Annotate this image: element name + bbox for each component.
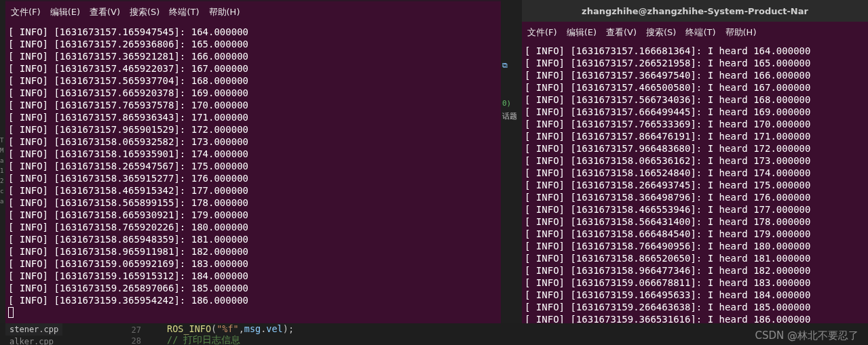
prompt-line[interactable] [8, 306, 498, 319]
log-line: [ INFO] [1631673159.266463638]: I heard … [525, 301, 865, 313]
preview-icon[interactable]: ⧉ [502, 61, 508, 70]
log-line: [ INFO] [1631673159.265897066]: 185.0000… [8, 282, 498, 294]
log-line: [ INFO] [1631673158.165935901]: 174.0000… [8, 148, 498, 160]
file-tab-active[interactable]: stener.cpp [5, 323, 62, 336]
log-line: [ INFO] [1631673158.965911981]: 182.0000… [8, 245, 498, 258]
line-no: 27 [121, 325, 141, 336]
log-line: [ INFO] [1631673158.266493745]: I heard … [525, 179, 865, 191]
log-line: [ INFO] [1631673158.466553946]: I heard … [525, 203, 865, 216]
panel-divider: ⧉ 0) 话题 [501, 0, 522, 325]
editor-strip: stener.cpp alker.cpp 27 28 ROS_INFO("%f"… [0, 323, 868, 345]
log-line: [ INFO] [1631673158.866520650]: I heard … [525, 252, 865, 264]
menu-terminal[interactable]: 终端(T) [169, 6, 199, 18]
zero-paren: 0) [502, 99, 511, 108]
menu-file[interactable]: 文件(F) [11, 6, 41, 18]
log-output-right[interactable]: [ INFO] [1631673157.166681364]: I heard … [522, 43, 868, 339]
log-line: [ INFO] [1631673159.365954242]: 186.0000… [8, 294, 498, 306]
log-line: [ INFO] [1631673157.965901529]: 172.0000… [8, 123, 498, 136]
log-line: [ INFO] [1631673158.865948359]: 181.0000… [8, 233, 498, 245]
code-mem: vel [266, 323, 282, 334]
code-punc: ); [283, 323, 294, 334]
log-line: [ INFO] [1631673159.165915312]: 184.0000… [8, 270, 498, 282]
menu-view[interactable]: 查看(V) [606, 26, 637, 39]
cursor-icon [8, 307, 14, 318]
code-comment: // 打印日志信息 [167, 334, 294, 345]
menu-bar-left: 文件(F) 编辑(E) 查看(V) 搜索(S) 终端(T) 帮助(H) [5, 1, 501, 23]
menu-search[interactable]: 搜索(S) [130, 6, 159, 18]
log-line: [ INFO] [1631673158.665930921]: 179.0000… [8, 209, 498, 221]
log-line: [ INFO] [1631673158.766490956]: I heard … [525, 240, 865, 252]
log-line: [ INFO] [1631673157.265936806]: 165.0000… [8, 38, 498, 50]
log-line: [ INFO] [1631673157.565937704]: 168.0000… [8, 75, 498, 87]
log-line: [ INFO] [1631673159.065992169]: 183.0000… [8, 258, 498, 270]
menu-view[interactable]: 查看(V) [90, 6, 120, 18]
log-line: [ INFO] [1631673158.365915277]: 176.0000… [8, 172, 498, 184]
menu-terminal[interactable]: 终端(T) [685, 26, 715, 39]
terminal-left[interactable]: 文件(F) 编辑(E) 查看(V) 搜索(S) 终端(T) 帮助(H) [ IN… [5, 1, 501, 323]
ide-gutter: T M a 1 2 c a [0, 0, 5, 345]
code-fn: ROS_INFO [167, 323, 211, 334]
line-numbers: 27 28 [121, 325, 141, 345]
log-line: [ INFO] [1631673157.566734036]: I heard … [525, 94, 865, 106]
terminal-right[interactable]: 文件(F) 编辑(E) 查看(V) 搜索(S) 终端(T) 帮助(H) [ IN… [522, 22, 868, 339]
log-line: [ INFO] [1631673158.465915342]: 177.0000… [8, 184, 498, 197]
menu-edit[interactable]: 编辑(E) [50, 6, 80, 18]
menu-search[interactable]: 搜索(S) [646, 26, 676, 39]
log-line: [ INFO] [1631673157.865936343]: 171.0000… [8, 111, 498, 123]
log-line: [ INFO] [1631673157.365921281]: 166.0000… [8, 50, 498, 62]
log-line: [ INFO] [1631673158.366498796]: I heard … [525, 191, 865, 203]
menu-edit[interactable]: 编辑(E) [567, 26, 597, 39]
window-title-right: zhangzhihe@zhangzhihe-System-Product-Nar [522, 0, 868, 22]
code-str: "%f" [216, 323, 239, 334]
menu-bar-right: 文件(F) 编辑(E) 查看(V) 搜索(S) 终端(T) 帮助(H) [522, 22, 868, 43]
log-line: [ INFO] [1631673158.565899155]: 178.0000… [8, 197, 498, 209]
log-line: [ INFO] [1631673158.065932582]: 173.0000… [8, 136, 498, 148]
log-line: [ INFO] [1631673158.666484540]: I heard … [525, 228, 865, 240]
code-punc: , [239, 323, 244, 334]
log-line: [ INFO] [1631673159.066678811]: I heard … [525, 277, 865, 289]
code-var: msg [244, 323, 261, 334]
log-line: [ INFO] [1631673157.466500580]: I heard … [525, 81, 865, 94]
log-line: [ INFO] [1631673157.166681364]: I heard … [525, 45, 865, 57]
log-line: [ INFO] [1631673158.166524840]: I heard … [525, 167, 865, 179]
log-line: [ INFO] [1631673157.966483680]: I heard … [525, 142, 865, 155]
log-line: [ INFO] [1631673158.765920226]: 180.0000… [8, 221, 498, 233]
log-output-left[interactable]: [ INFO] [1631673157.165947545]: 164.0000… [5, 24, 501, 323]
log-line: [ INFO] [1631673157.666499445]: I heard … [525, 106, 865, 118]
log-line: [ INFO] [1631673157.866476191]: I heard … [525, 130, 865, 142]
menu-file[interactable]: 文件(F) [527, 26, 557, 39]
log-line: [ INFO] [1631673158.265947567]: 175.0000… [8, 160, 498, 172]
log-line: [ INFO] [1631673159.166495633]: I heard … [525, 289, 865, 301]
code-line[interactable]: ROS_INFO("%f",msg.vel); // 打印日志信息 [167, 323, 294, 345]
log-line: [ INFO] [1631673157.766533369]: I heard … [525, 118, 865, 130]
log-line: [ INFO] [1631673158.966477346]: I heard … [525, 264, 865, 277]
log-line: [ INFO] [1631673158.566431400]: I heard … [525, 216, 865, 228]
log-line: [ INFO] [1631673158.066536162]: I heard … [525, 155, 865, 167]
title-text: zhangzhihe@zhangzhihe-System-Product-Nar [582, 6, 808, 16]
log-line: [ INFO] [1631673157.665920378]: 169.0000… [8, 87, 498, 99]
log-line: [ INFO] [1631673157.266521958]: I heard … [525, 57, 865, 69]
log-line: [ INFO] [1631673157.465922037]: 167.0000… [8, 62, 498, 75]
log-line: [ INFO] [1631673157.366497540]: I heard … [525, 69, 865, 81]
log-line: [ INFO] [1631673157.165947545]: 164.0000… [8, 26, 498, 38]
line-no: 28 [121, 336, 141, 345]
log-line: [ INFO] [1631673157.765937578]: 170.0000… [8, 99, 498, 111]
file-tab-inactive[interactable]: alker.cpp [5, 337, 58, 345]
topic-label: 话题 [502, 111, 517, 121]
menu-help[interactable]: 帮助(H) [209, 6, 240, 18]
code-punc: ( [211, 323, 216, 334]
menu-help[interactable]: 帮助(H) [725, 26, 757, 39]
